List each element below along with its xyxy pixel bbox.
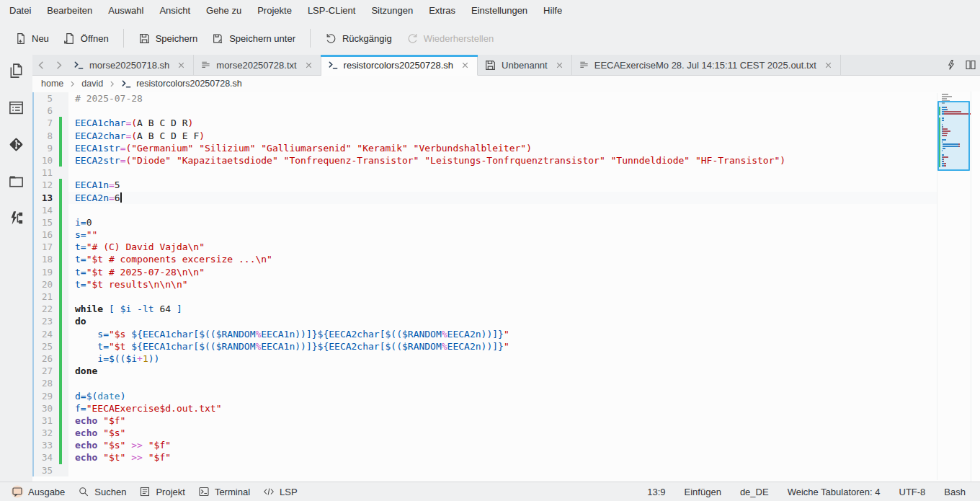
code-text[interactable]: t="$t ${EECA1char[$(($RANDOM%EECA1n))]}$… (68, 340, 937, 353)
breadcrumb-current-file[interactable]: resistorcolors20250728.sh (121, 79, 242, 89)
tab-eecaexercisemo-28-jul-14-15-11-cest-2025-out-txt[interactable]: EECAExerciseMo 28. Jul 14:15:11 CEST 202… (572, 55, 841, 75)
tab-morse20250718-sh[interactable]: morse20250718.sh (67, 55, 194, 75)
toolview-button-ausgabe[interactable]: Ausgabe (7, 484, 71, 500)
minimap-viewport[interactable] (937, 101, 970, 171)
code-line-32[interactable]: 32echo "$s" (32, 427, 937, 439)
status-dictionary[interactable]: de_DE (733, 485, 776, 499)
menu-extras[interactable]: Extras (421, 0, 463, 22)
code-line-18[interactable]: 18t="$t # components excersize ...\n" (32, 253, 937, 265)
code-line-24[interactable]: 24 s="$s ${EECA1char[$(($RANDOM%EECA1n))… (32, 328, 937, 340)
code-text[interactable]: EECA2n=6 (68, 192, 937, 204)
toolview-button-terminal[interactable]: Terminal (194, 484, 256, 500)
code-line-33[interactable]: 33echo "$s" >> "$f" (32, 439, 937, 451)
status-encoding[interactable]: UTF-8 (892, 485, 933, 499)
menu-bearbeiten[interactable]: Bearbeiten (39, 0, 100, 22)
code-line-12[interactable]: 12EECA1n=5 (32, 179, 937, 191)
code-line-25[interactable]: 25 t="$t ${EECA1char[$(($RANDOM%EECA1n))… (32, 340, 937, 353)
sidebar-tool-events-icon[interactable] (6, 207, 27, 229)
code-text[interactable] (68, 377, 937, 389)
code-text[interactable] (68, 291, 937, 303)
code-text[interactable]: t="$t # 2025-07-28\n\n" (68, 266, 937, 278)
code-line-21[interactable]: 21 (32, 291, 937, 303)
speichern-button[interactable]: Speichern (131, 27, 205, 50)
code-text[interactable]: t="# (C) David Vajda\n" (68, 241, 937, 253)
code-text[interactable]: while [ $i -lt 64 ] (68, 303, 937, 315)
code-line-19[interactable]: 19t="$t # 2025-07-28\n\n" (32, 266, 937, 278)
sidebar-tool-filesystem-icon[interactable] (6, 170, 27, 192)
code-text[interactable]: echo "$f" (68, 414, 937, 427)
menu-ansicht[interactable]: Ansicht (151, 0, 198, 22)
sidebar-tool-git-icon[interactable] (6, 133, 27, 155)
code-text[interactable]: i=0 (68, 216, 937, 229)
code-text[interactable]: echo "$s" >> "$f" (68, 439, 937, 451)
tab-close-icon[interactable] (303, 60, 314, 71)
code-line-8[interactable]: 8EECA2char=(A B C D E F) (32, 130, 937, 142)
code-line-28[interactable]: 28 (32, 377, 937, 389)
menu-projekte[interactable]: Projekte (249, 0, 300, 22)
menu-auswahl[interactable]: Auswahl (100, 0, 151, 22)
breadcrumb-item-david[interactable]: david (81, 79, 103, 89)
code-text[interactable] (68, 464, 937, 476)
code-line-10[interactable]: 10EECA2str=("Diode" "Kapazitaetsdiode" "… (32, 154, 937, 167)
menu-lsp-client[interactable]: LSP-CLient (300, 0, 363, 22)
tab-close-icon[interactable] (176, 60, 187, 71)
code-line-34[interactable]: 34echo "$t" >> "$f" (32, 451, 937, 464)
tab-unbenannt[interactable]: Unbenannt (478, 55, 572, 75)
editor[interactable]: 5# 2025-07-286 7EECA1char=(A B C D R)8EE… (32, 92, 980, 482)
tab-close-icon[interactable] (554, 60, 565, 71)
tab-close-icon[interactable] (460, 60, 471, 71)
code-text[interactable]: echo "$s" (68, 427, 937, 439)
split-view-button[interactable] (961, 55, 980, 75)
code-text[interactable]: t="$t results\n\n\n" (68, 278, 937, 291)
menu-hilfe[interactable]: Hilfe (535, 0, 570, 22)
code-line-29[interactable]: 29d=$(date) (32, 390, 937, 402)
code-line-35[interactable]: 35 (32, 464, 937, 476)
minimap-scrollbar[interactable] (937, 93, 971, 480)
code-area[interactable]: 5# 2025-07-286 7EECA1char=(A B C D R)8EE… (32, 92, 937, 476)
code-line-17[interactable]: 17t="# (C) David Vajda\n" (32, 241, 937, 253)
neu-button[interactable]: Neu (7, 27, 56, 50)
code-line-7[interactable]: 7EECA1char=(A B C D R) (32, 117, 937, 129)
code-line-9[interactable]: 9EECA1str=("Germanium" "Silizium" "Galli… (32, 142, 937, 154)
code-text[interactable]: d=$(date) (68, 390, 937, 402)
toolview-button-suchen[interactable]: Suchen (74, 484, 132, 500)
code-text[interactable]: done (68, 365, 937, 377)
code-text[interactable] (68, 167, 937, 179)
code-line-15[interactable]: 15i=0 (32, 216, 937, 229)
breadcrumb-item-home[interactable]: home (41, 79, 63, 89)
code-line-13[interactable]: 13EECA2n=6 (32, 192, 937, 204)
status-syntax-mode[interactable]: Bash (937, 485, 973, 499)
history-forward-button[interactable] (50, 55, 67, 75)
code-text[interactable]: s="" (68, 229, 937, 241)
code-line-27[interactable]: 27done (32, 365, 937, 377)
code-text[interactable]: EECA2char=(A B C D E F) (68, 130, 937, 142)
code-text[interactable]: EECA1char=(A B C D R) (68, 117, 937, 129)
tab-morse20250728-txt[interactable]: morse20250728.txt (194, 55, 321, 75)
code-text[interactable]: EECA1n=5 (68, 179, 937, 191)
toolview-button-projekt[interactable]: Projekt (135, 484, 190, 500)
code-line-30[interactable]: 30f="EECAExercise$d.out.txt" (32, 402, 937, 414)
code-line-23[interactable]: 23do (32, 315, 937, 327)
code-text[interactable]: i=$(($i+1)) (68, 353, 937, 365)
code-text[interactable]: f="EECAExercise$d.out.txt" (68, 402, 937, 414)
menu-sitzungen[interactable]: Sitzungen (363, 0, 421, 22)
code-line-6[interactable]: 6 (32, 105, 937, 117)
code-text[interactable]: EECA1str=("Germanium" "Silizium" "Galliu… (68, 142, 937, 154)
status-input-mode[interactable]: Einfügen (677, 485, 729, 499)
menu-datei[interactable]: Datei (1, 0, 39, 22)
tab-resistorcolors20250728-sh[interactable]: resistorcolors20250728.sh (321, 55, 478, 76)
sidebar-tool-documents-icon[interactable] (6, 60, 27, 81)
code-line-31[interactable]: 31echo "$f" (32, 414, 937, 427)
menu-gehe-zu[interactable]: Gehe zu (198, 0, 249, 22)
code-text[interactable]: echo "$t" >> "$f" (68, 451, 937, 464)
toolview-button-lsp[interactable]: LSP (259, 484, 303, 500)
code-line-5[interactable]: 5# 2025-07-28 (32, 92, 937, 105)
code-line-16[interactable]: 16s="" (32, 229, 937, 241)
menu-einstellungen[interactable]: Einstellungen (463, 0, 535, 22)
code-text[interactable]: EECA2str=("Diode" "Kapazitaetsdiode" "To… (68, 154, 937, 167)
history-back-button[interactable] (32, 55, 50, 75)
code-text[interactable] (68, 204, 937, 216)
sidebar-tool-symbols-icon[interactable] (6, 97, 27, 118)
status-cursor-position[interactable]: 13:9 (640, 485, 672, 499)
quick-open-button[interactable] (941, 55, 961, 75)
